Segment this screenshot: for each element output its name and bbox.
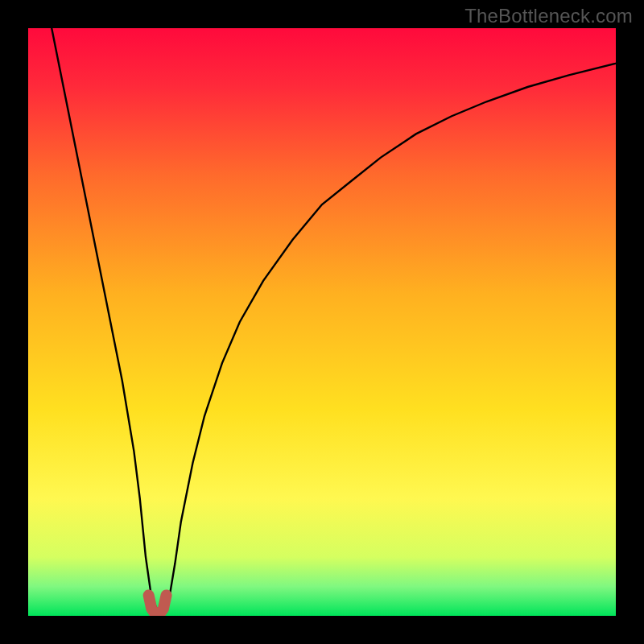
gradient-background [28,28,616,616]
watermark-text: TheBottleneck.com [464,5,633,27]
chart-svg [28,28,616,616]
chart-frame: TheBottleneck.com [0,0,644,644]
plot-area [28,28,616,616]
